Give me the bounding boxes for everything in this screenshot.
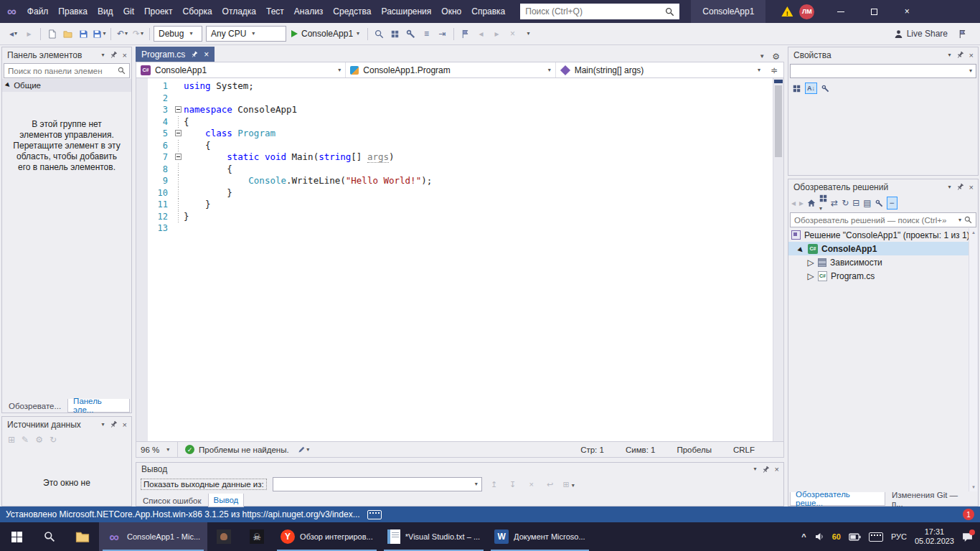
chevron-down-icon[interactable]: ▾ bbox=[948, 52, 951, 58]
tab-git-changes[interactable]: Изменения Git — п... bbox=[887, 492, 976, 506]
member-dropdown[interactable]: Main(string[] args)▾ bbox=[556, 62, 765, 77]
hidden-icons-chevron[interactable]: ^ bbox=[801, 532, 806, 541]
code-line-6[interactable]: 6 { bbox=[148, 140, 773, 152]
keyboard-icon[interactable] bbox=[367, 510, 382, 519]
refresh-icon[interactable]: ↻ bbox=[842, 198, 849, 208]
code-line-12[interactable]: 12} bbox=[148, 211, 773, 223]
taskbar-word[interactable]: W Документ Microso... bbox=[487, 522, 593, 551]
menu-Сборка[interactable]: Сборка bbox=[178, 0, 217, 23]
menu-Git[interactable]: Git bbox=[118, 0, 139, 23]
status-indentation[interactable]: Пробелы bbox=[677, 446, 712, 454]
split-window-icon[interactable]: ≑ bbox=[765, 62, 783, 77]
toolbox-group-general[interactable]: ▶ Общие bbox=[2, 79, 131, 92]
indent-icon[interactable]: ⇥ bbox=[435, 26, 450, 42]
open-file-icon[interactable] bbox=[60, 26, 75, 42]
solution-explorer-window-icon[interactable] bbox=[387, 26, 402, 42]
status-line-number[interactable]: Стр: 1 bbox=[580, 446, 604, 454]
next-bookmark-icon[interactable]: ▸ bbox=[489, 26, 504, 42]
chevron-down-icon[interactable]: ▾ bbox=[948, 184, 951, 190]
forward-icon[interactable]: ▸ bbox=[799, 198, 804, 208]
file-explorer-button[interactable] bbox=[66, 522, 99, 551]
toolbox-search-input[interactable] bbox=[8, 67, 118, 75]
properties-wrench-icon[interactable] bbox=[875, 199, 883, 207]
menu-Справка[interactable]: Справка bbox=[466, 0, 510, 23]
properties-object-dropdown[interactable]: ▾ bbox=[790, 64, 976, 78]
categorized-view-icon[interactable] bbox=[793, 85, 801, 93]
pin-icon[interactable] bbox=[110, 420, 118, 428]
fold-collapse-icon[interactable] bbox=[175, 154, 182, 160]
minimize-button[interactable] bbox=[824, 0, 857, 23]
clock[interactable]: 17:31 05.02.2023 bbox=[915, 527, 954, 546]
alphabetical-sort-icon[interactable]: A↓ bbox=[805, 83, 817, 94]
menu-Отладка[interactable]: Отладка bbox=[217, 0, 261, 23]
code-line-10[interactable]: 10 } bbox=[148, 187, 773, 199]
tab-solution-explorer[interactable]: Обозреватель реше... bbox=[790, 492, 885, 506]
output-source-dropdown[interactable]: ▾ bbox=[273, 477, 482, 491]
scroll-down-icon[interactable]: ▾ bbox=[972, 484, 975, 490]
tab-output[interactable]: Вывод bbox=[208, 494, 245, 507]
switch-views-icon[interactable]: ▾ bbox=[819, 194, 827, 212]
battery-percent-text[interactable]: 60 bbox=[832, 532, 841, 541]
properties-header[interactable]: Свойства ▾ × bbox=[788, 47, 978, 62]
show-all-files-icon[interactable]: ▤ bbox=[863, 198, 871, 208]
tree-node-solution[interactable]: Решение "ConsoleApp1" (проекты: 1 из 1) bbox=[788, 228, 978, 242]
output-windows-icon[interactable]: ⊞ ▾ bbox=[562, 480, 575, 489]
menu-Вид[interactable]: Вид bbox=[93, 0, 118, 23]
solution-configuration-dropdown[interactable]: Debug▾ bbox=[154, 26, 202, 42]
output-header[interactable]: Вывод ▾ × bbox=[136, 463, 783, 476]
comment-selection-icon[interactable]: ≡ bbox=[419, 26, 434, 42]
pin-icon[interactable] bbox=[191, 51, 198, 58]
breakpoint-margin[interactable] bbox=[136, 78, 148, 441]
scrollbar-thumb[interactable] bbox=[775, 85, 782, 157]
taskbar-yandex-browser[interactable]: Y Обзор интегриров... bbox=[273, 522, 380, 551]
tab-error-list[interactable]: Список ошибок bbox=[138, 494, 207, 507]
navigate-back-icon[interactable]: ◂▾ bbox=[6, 26, 21, 42]
menu-Окно[interactable]: Окно bbox=[436, 0, 466, 23]
project-dropdown[interactable]: C# ConsoleApp1▾ bbox=[136, 62, 346, 77]
tree-scrollbar[interactable]: ▴ ▾ bbox=[969, 228, 978, 491]
window-options-gear-icon[interactable]: ⚙ bbox=[772, 52, 780, 62]
menu-Тест[interactable]: Тест bbox=[261, 0, 289, 23]
taskbar-notepad[interactable]: *Visual Studio.txt – ... bbox=[380, 522, 487, 551]
scroll-up-icon[interactable]: ▴ bbox=[972, 230, 975, 235]
home-icon[interactable] bbox=[807, 199, 816, 207]
taskbar-game[interactable] bbox=[207, 522, 240, 551]
solution-platform-dropdown[interactable]: Any CPU▾ bbox=[206, 26, 286, 42]
language-indicator[interactable]: РУС bbox=[891, 532, 907, 541]
close-icon[interactable]: × bbox=[123, 51, 127, 60]
refresh-icon[interactable]: ↻ bbox=[50, 435, 57, 445]
solution-search-box[interactable]: ▾ bbox=[790, 212, 976, 227]
close-icon[interactable]: × bbox=[123, 420, 127, 429]
pin-icon[interactable] bbox=[762, 466, 770, 474]
quick-search-box[interactable] bbox=[520, 4, 679, 19]
warning-icon[interactable] bbox=[781, 6, 793, 17]
pin-icon[interactable] bbox=[956, 183, 964, 191]
previous-message-icon[interactable]: ↥ bbox=[488, 480, 501, 489]
status-char-number[interactable]: Симв: 1 bbox=[626, 446, 656, 454]
editor-scrollbar[interactable] bbox=[773, 78, 783, 441]
menu-Файл[interactable]: Файл bbox=[22, 0, 54, 23]
zoom-dropdown[interactable]: 96 %▾ bbox=[136, 442, 178, 457]
expander-icon[interactable]: ▶ bbox=[797, 246, 804, 253]
collapsed-expander-icon[interactable]: ▷ bbox=[807, 258, 814, 268]
battery-icon[interactable] bbox=[849, 533, 861, 541]
type-dropdown[interactable]: ConsoleApp1.Program▾ bbox=[346, 62, 555, 77]
clear-output-icon[interactable]: × bbox=[525, 480, 538, 489]
code-line-5[interactable]: 5 class Program bbox=[148, 128, 773, 140]
tree-node-project[interactable]: ▶ C# ConsoleApp1 bbox=[788, 242, 978, 255]
solution-search-input[interactable] bbox=[794, 216, 958, 225]
menu-Расширения[interactable]: Расширения bbox=[377, 0, 437, 23]
configure-data-source-icon[interactable]: ⚙ bbox=[35, 435, 43, 445]
chevron-down-icon[interactable]: ▾ bbox=[754, 466, 757, 472]
next-message-icon[interactable]: ↧ bbox=[507, 480, 519, 489]
data-sources-header[interactable]: Источники данных ▾ × bbox=[2, 417, 131, 432]
active-files-dropdown-icon[interactable]: ▼ bbox=[759, 54, 765, 60]
start-button[interactable] bbox=[0, 522, 33, 551]
tab-solution-explorer-left[interactable]: Обозревате... bbox=[4, 399, 66, 413]
send-feedback-icon[interactable] bbox=[958, 29, 967, 39]
code-line-2[interactable]: 2 bbox=[148, 93, 773, 105]
pin-icon[interactable] bbox=[110, 51, 118, 59]
properties-window-icon[interactable] bbox=[403, 26, 418, 42]
new-file-icon[interactable] bbox=[44, 26, 60, 42]
tab-toolbox[interactable]: Панель эле... bbox=[67, 399, 130, 413]
